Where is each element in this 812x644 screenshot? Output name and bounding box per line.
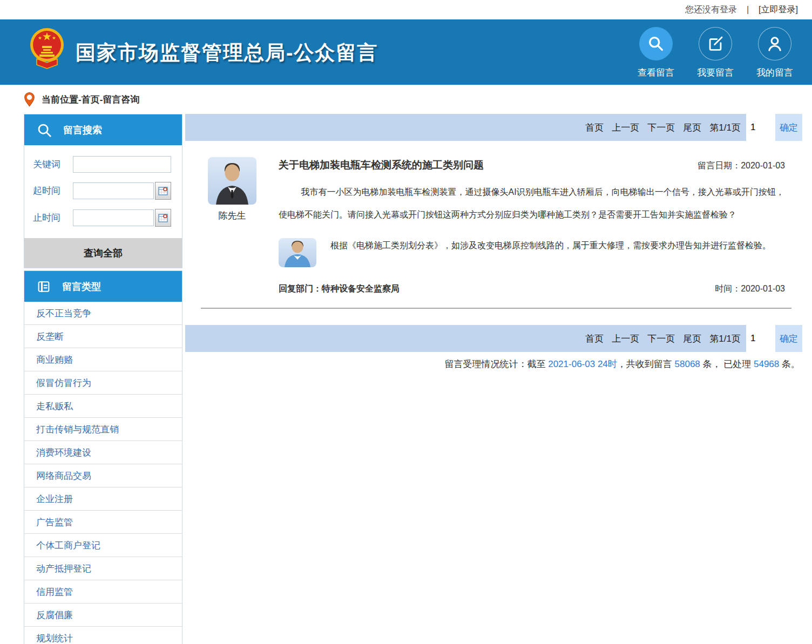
pagination-next-link[interactable]: 下一页 <box>647 121 675 134</box>
login-separator: | <box>747 5 749 15</box>
pagination-gap <box>770 325 775 352</box>
reply-time: 时间：2020-01-03 <box>715 283 785 295</box>
pagination-links: 首页 上一页 下一页 尾页 第1/1页 <box>185 325 746 352</box>
type-item[interactable]: 企业注册 <box>24 487 182 511</box>
stats-suffix: 条。 <box>779 359 800 369</box>
nav-post-message[interactable]: 我要留言 <box>698 27 733 79</box>
pagination-first-link[interactable]: 首页 <box>585 121 604 134</box>
search-icon <box>36 122 52 138</box>
message-body: 我市有一小区为电梯加装电瓶车检测装置，通过摄像头AI识别电瓶车进入轿厢后，向电梯… <box>279 181 785 226</box>
type-item[interactable]: 网络商品交易 <box>24 464 182 487</box>
end-time-row: 止时间 <box>33 209 171 227</box>
reply-meta-row: 回复部门：特种设备安全监察局 时间：2020-01-03 <box>279 283 785 308</box>
pagination-last-link[interactable]: 尾页 <box>683 333 701 345</box>
author-name: 陈先生 <box>201 209 263 222</box>
pagination-next-link[interactable]: 下一页 <box>647 333 675 345</box>
message-top: 陈先生 关于电梯加装电瓶车检测系统的施工类别问题 留言日期：2020-01-03… <box>201 157 791 308</box>
message-title: 关于电梯加装电瓶车检测系统的施工类别问题 <box>279 158 484 172</box>
nav-my-messages[interactable]: 我的留言 <box>757 27 793 79</box>
pagination-last-link[interactable]: 尾页 <box>683 121 701 134</box>
pagination-confirm-button[interactable]: 确定 <box>775 114 802 141</box>
pagination-confirm-button[interactable]: 确定 <box>775 325 802 352</box>
type-item[interactable]: 规划统计 <box>24 627 182 644</box>
type-item[interactable]: 反不正当竞争 <box>24 302 182 325</box>
end-time-calendar-button[interactable] <box>155 209 171 227</box>
message-types-header: 留言类型 <box>24 271 182 302</box>
reply-text: 根据《电梯施工类别划分表》，如涉及改变电梯原控制线路的，属于重大修理，需按要求办… <box>330 238 785 267</box>
compose-icon <box>699 27 732 60</box>
message-date-value: 2020-01-03 <box>741 161 785 170</box>
type-item[interactable]: 打击传销与规范直销 <box>24 418 182 441</box>
reply-department-label: 回复部门： <box>279 284 322 293</box>
start-time-calendar-button[interactable] <box>155 182 171 200</box>
pagination-links: 首页 上一页 下一页 尾页 第1/1页 <box>185 114 746 141</box>
reply-time-value: 2020-01-03 <box>741 284 785 293</box>
type-item[interactable]: 反腐倡廉 <box>24 604 182 627</box>
pagination-first-link[interactable]: 首页 <box>585 333 604 345</box>
pagination-prev-link[interactable]: 上一页 <box>612 121 639 134</box>
reply-department-value: 特种设备安全监察局 <box>322 284 400 293</box>
message-types-panel: 留言类型 反不正当竞争 反垄断 商业贿赂 假冒仿冒行为 走私贩私 打击传销与规范… <box>24 270 182 644</box>
login-now-link[interactable]: [立即登录] <box>759 4 798 16</box>
search-icon <box>639 27 673 60</box>
page-number-input[interactable] <box>746 114 770 141</box>
type-item[interactable]: 动产抵押登记 <box>24 557 182 580</box>
type-item[interactable]: 走私贩私 <box>24 395 182 418</box>
message-title-row: 关于电梯加装电瓶车检测系统的施工类别问题 留言日期：2020-01-03 <box>279 158 785 172</box>
nav-my-messages-label: 我的留言 <box>756 66 793 79</box>
type-item[interactable]: 广告监管 <box>24 511 182 534</box>
spacer <box>185 309 802 325</box>
nav-view-messages-label: 查看留言 <box>638 66 674 79</box>
start-time-row: 起时间 <box>33 182 171 200</box>
sidebar: 留言搜索 关键词 起时间 <box>24 114 182 644</box>
end-time-label: 止时间 <box>33 212 73 224</box>
type-item[interactable]: 信用监管 <box>24 580 182 604</box>
pagination-page-info: 第1/1页 <box>709 121 741 134</box>
top-login-bar: 您还没有登录 | [立即登录] <box>0 0 812 19</box>
reply-row: 根据《电梯施工类别划分表》，如涉及改变电梯原控制线路的，属于重大修理，需按要求办… <box>279 238 785 267</box>
pagination-page-info: 第1/1页 <box>709 333 741 345</box>
nav-post-message-label: 我要留言 <box>697 66 734 79</box>
type-item[interactable]: 假冒仿冒行为 <box>24 371 182 395</box>
end-time-input[interactable] <box>73 209 154 226</box>
calendar-icon <box>158 186 168 196</box>
search-form: 关键词 起时间 <box>24 145 182 238</box>
page-title: 国家市场监督管理总局-公众留言 <box>76 39 378 66</box>
list-card-icon <box>36 279 51 294</box>
login-status-text: 您还没有登录 <box>685 4 737 16</box>
page-number-input[interactable] <box>746 325 770 352</box>
type-item[interactable]: 消费环境建设 <box>24 441 182 464</box>
message-date-label: 留言日期： <box>698 161 741 170</box>
breadcrumb-text: 当前位置-首页-留言咨询 <box>42 93 139 106</box>
type-item[interactable]: 商业贿赂 <box>24 348 182 371</box>
author-column: 陈先生 <box>201 157 263 308</box>
content-layout: 留言搜索 关键词 起时间 <box>0 114 812 644</box>
reply-avatar <box>279 238 316 267</box>
message-card: 陈先生 关于电梯加装电瓶车检测系统的施工类别问题 留言日期：2020-01-03… <box>185 141 802 309</box>
stats-deadline: 2021-06-03 24时 <box>548 359 617 369</box>
main-content: 首页 上一页 下一页 尾页 第1/1页 确定 <box>185 114 802 370</box>
pagination-prev-link[interactable]: 上一页 <box>612 333 639 345</box>
calendar-icon <box>158 213 168 223</box>
query-all-button[interactable]: 查询全部 <box>24 238 182 268</box>
keyword-input[interactable] <box>73 156 171 173</box>
site-header: 国家市场监督管理总局-公众留言 查看留言 我要留言 <box>0 19 812 85</box>
message-type-list: 反不正当竞争 反垄断 商业贿赂 假冒仿冒行为 走私贩私 打击传销与规范直销 消费… <box>24 302 182 644</box>
stats-mid2: 条， 已处理 <box>700 359 754 369</box>
pagination-gap <box>770 114 775 141</box>
type-item[interactable]: 反垄断 <box>24 325 182 348</box>
stats-prefix: 留言受理情况统计：截至 <box>444 359 548 369</box>
keyword-row: 关键词 <box>33 156 171 173</box>
official-avatar-icon <box>279 238 316 267</box>
location-pin-icon <box>24 92 35 107</box>
reply-department: 回复部门：特种设备安全监察局 <box>279 283 400 295</box>
message-main: 关于电梯加装电瓶车检测系统的施工类别问题 留言日期：2020-01-03 我市有… <box>263 157 791 308</box>
breadcrumb: 当前位置-首页-留言咨询 <box>0 85 812 114</box>
start-time-input[interactable] <box>73 182 154 199</box>
type-item[interactable]: 个体工商户登记 <box>24 534 182 557</box>
nav-view-messages[interactable]: 查看留言 <box>638 27 674 79</box>
stats-line: 留言受理情况统计：截至 2021-06-03 24时，共收到留言 58068 条… <box>185 358 802 370</box>
stats-mid1: ，共收到留言 <box>617 359 675 369</box>
header-nav: 查看留言 我要留言 我的留言 <box>638 27 793 79</box>
reply-time-label: 时间： <box>715 284 741 293</box>
